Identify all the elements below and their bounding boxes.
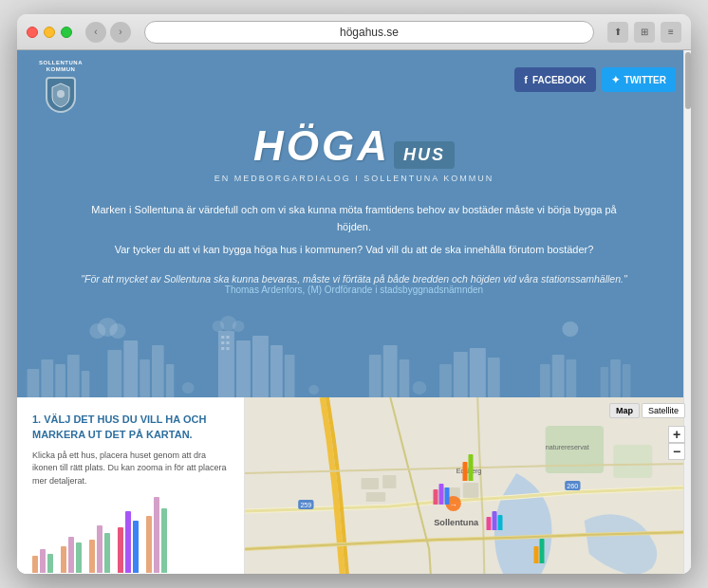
svg-point-6 <box>233 321 245 332</box>
page-header: SOLLENTUNA KOMMUN f FAC <box>17 50 691 397</box>
hoga-title: HÖGA Hus <box>253 122 455 170</box>
tab-button[interactable]: ⊞ <box>634 22 655 43</box>
svg-text:260: 260 <box>567 483 578 489</box>
social-buttons: f FACEBOOK ✦ TWITTER <box>514 60 676 92</box>
svg-rect-20 <box>252 336 269 397</box>
bar <box>154 497 159 573</box>
nav-forward-button[interactable]: › <box>110 22 131 43</box>
browser-content: SOLLENTUNA KOMMUN f FAC <box>17 50 691 574</box>
map-bar <box>463 462 468 481</box>
bar <box>133 521 139 573</box>
share-button[interactable]: ⬆ <box>607 22 628 43</box>
browser-scrollbar[interactable] <box>683 50 691 574</box>
building-bars-20-23 <box>146 497 167 573</box>
svg-text:naturereservat: naturereservat <box>546 444 589 450</box>
map-marker-2[interactable] <box>463 454 474 481</box>
map-svg: Sollentuna Jakobsberg Edsberg naturerese… <box>245 397 691 574</box>
svg-point-3 <box>109 323 125 339</box>
traffic-light-green[interactable] <box>61 27 72 38</box>
building-group-20-23[interactable]: 20-23 <box>146 497 167 574</box>
quote-text: "För att mycket av Sollentuna ska kunna … <box>55 273 653 285</box>
step1-description: Klicka på ett hus, placera huset genom a… <box>32 450 229 488</box>
bar <box>146 516 152 573</box>
building-bars-1-5 <box>32 549 53 573</box>
svg-rect-51 <box>366 492 385 502</box>
satellite-view-button[interactable]: Satellite <box>642 403 685 418</box>
svg-rect-26 <box>226 341 229 344</box>
step1-title: 1. VÄLJ DET HUS DU VILL HA OCH MARKERA U… <box>32 413 229 442</box>
zoom-out-button[interactable]: − <box>668 443 685 460</box>
building-group-15-19[interactable]: 15-19 <box>118 511 139 574</box>
browser-titlebar: ‹ › högahus.se ⬆ ⊞ ≡ <box>17 14 691 50</box>
map-bar <box>493 511 497 530</box>
logo-shield <box>46 77 76 113</box>
svg-text:Sollentuna: Sollentuna <box>434 518 479 527</box>
building-group-10-14[interactable]: 10-14 <box>89 525 110 574</box>
svg-point-0 <box>57 90 65 98</box>
map-marker-3[interactable] <box>487 511 503 530</box>
building-group-6-9[interactable]: 6-9 <box>61 537 82 574</box>
building-selector: 1-5 6-9 <box>32 497 229 574</box>
map-bar <box>469 454 474 481</box>
nav-back-button[interactable]: ‹ <box>85 22 106 43</box>
bar <box>89 540 95 573</box>
page-wrapper: SOLLENTUNA KOMMUN f FAC <box>17 50 691 574</box>
bar <box>47 554 53 573</box>
address-bar[interactable]: högahus.se <box>144 21 594 44</box>
map-bar <box>534 546 539 563</box>
svg-rect-50 <box>382 475 396 488</box>
map-view-button[interactable]: Map <box>609 403 640 418</box>
svg-rect-34 <box>470 348 486 397</box>
svg-rect-49 <box>362 478 379 489</box>
map-marker-4[interactable] <box>534 539 545 563</box>
svg-rect-30 <box>383 345 398 397</box>
hogahus-logo: HÖGA Hus <box>17 113 691 174</box>
svg-rect-21 <box>270 345 283 397</box>
map-marker-1[interactable] <box>433 484 449 505</box>
sollentuna-logo: SOLLENTUNA KOMMUN <box>32 60 89 113</box>
bar <box>61 546 66 573</box>
svg-rect-31 <box>400 359 410 397</box>
lower-section: 1. VÄLJ DET HUS DU VILL HA OCH MARKERA U… <box>17 397 691 574</box>
svg-rect-10 <box>55 364 65 397</box>
logo-text-line1: SOLLENTUNA <box>39 60 83 66</box>
left-panel: 1. VÄLJ DET HUS DU VILL HA OCH MARKERA U… <box>17 397 245 574</box>
url-text: högahus.se <box>340 26 399 39</box>
map-bar <box>498 515 503 530</box>
svg-rect-53 <box>463 483 478 498</box>
svg-point-42 <box>182 382 195 394</box>
svg-rect-33 <box>454 352 468 397</box>
svg-rect-16 <box>152 345 164 397</box>
map-bar <box>444 487 449 505</box>
svg-rect-35 <box>488 358 500 397</box>
facebook-label: FACEBOOK <box>532 75 587 85</box>
traffic-light-yellow[interactable] <box>44 27 55 38</box>
svg-rect-29 <box>369 355 382 397</box>
twitter-label: TWITTER <box>624 75 666 85</box>
map-zoom: + − <box>668 426 685 460</box>
svg-rect-9 <box>41 359 53 397</box>
svg-rect-37 <box>552 355 565 397</box>
svg-rect-18 <box>218 331 234 397</box>
twitter-button[interactable]: ✦ TWITTER <box>602 67 676 92</box>
building-group-1-5[interactable]: 1-5 <box>32 549 53 574</box>
header-description: Marken i Sollentuna är värdefull och om … <box>17 193 691 273</box>
skyline-section <box>17 303 691 397</box>
logo-text-line2: KOMMUN <box>47 66 76 73</box>
svg-rect-13 <box>107 350 121 397</box>
map-bar <box>433 489 438 505</box>
svg-rect-38 <box>567 359 577 397</box>
bar <box>118 527 123 573</box>
facebook-button[interactable]: f FACEBOOK <box>514 67 595 92</box>
svg-rect-32 <box>439 364 452 397</box>
svg-rect-8 <box>28 369 40 397</box>
svg-rect-15 <box>140 359 150 397</box>
bar <box>76 542 82 573</box>
zoom-in-button[interactable]: + <box>668 426 685 443</box>
svg-rect-41 <box>623 364 630 397</box>
bar <box>125 511 131 573</box>
header-quote: "För att mycket av Sollentuna ska kunna … <box>17 273 691 303</box>
traffic-light-red[interactable] <box>27 27 38 38</box>
menu-button[interactable]: ≡ <box>661 22 681 43</box>
description-p1: Marken i Sollentuna är värdefull och om … <box>74 202 634 235</box>
